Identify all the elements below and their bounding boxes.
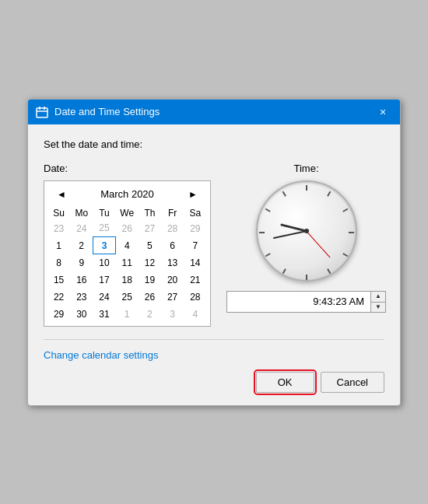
titlebar-title: Date and Time Settings bbox=[54, 106, 160, 117]
calendar-day[interactable]: 17 bbox=[93, 271, 115, 289]
date-time-settings-window: Date and Time Settings × Set the date an… bbox=[27, 99, 401, 406]
calendar-day[interactable]: 26 bbox=[139, 289, 161, 306]
clock-center bbox=[304, 229, 309, 233]
clock-face bbox=[256, 180, 357, 282]
calendar-day[interactable]: 15 bbox=[47, 271, 70, 289]
tick-5 bbox=[327, 268, 331, 274]
time-decrement-button[interactable]: ▼ bbox=[371, 302, 385, 312]
svg-rect-0 bbox=[37, 108, 47, 117]
tick-7 bbox=[282, 268, 286, 274]
prev-month-button[interactable]: ◄ bbox=[52, 187, 71, 201]
calendar-day[interactable]: 31 bbox=[93, 306, 115, 323]
calendar-day[interactable]: 16 bbox=[70, 271, 93, 289]
calendar-day[interactable]: 27 bbox=[139, 220, 161, 237]
ok-button[interactable]: OK bbox=[256, 372, 314, 393]
calendar-day[interactable]: 8 bbox=[47, 254, 70, 271]
tick-1 bbox=[327, 191, 331, 196]
weekday-su: Su bbox=[47, 206, 70, 220]
date-section: Date: ◄ March 2020 ► Su Mo Tu bbox=[44, 163, 211, 327]
time-label: Time: bbox=[293, 163, 318, 174]
calendar-day[interactable]: 6 bbox=[161, 237, 184, 254]
calendar-day[interactable]: 20 bbox=[161, 271, 184, 289]
calendar-day[interactable]: 25 bbox=[93, 220, 115, 237]
calendar-week-row: 1234567 bbox=[47, 237, 207, 254]
calendar-body: 2324252627282912345678910111213141516171… bbox=[47, 220, 207, 323]
calendar-header: ◄ March 2020 ► bbox=[47, 184, 207, 205]
tick-10 bbox=[265, 208, 270, 212]
weekday-fr: Fr bbox=[161, 206, 184, 220]
calendar-day[interactable]: 29 bbox=[47, 306, 70, 323]
calendar-week-row: 891011121314 bbox=[47, 254, 207, 271]
weekday-header-row: Su Mo Tu We Th Fr Sa bbox=[47, 206, 207, 220]
month-year-label: March 2020 bbox=[100, 188, 154, 200]
tick-9 bbox=[259, 232, 265, 233]
tick-12 bbox=[306, 185, 307, 191]
weekday-tu: Tu bbox=[93, 206, 115, 220]
tick-2 bbox=[342, 208, 348, 212]
calendar-day[interactable]: 28 bbox=[184, 289, 206, 306]
tick-4 bbox=[342, 253, 348, 257]
weekday-mo: Mo bbox=[70, 206, 93, 220]
svg-rect-2 bbox=[44, 107, 45, 110]
calendar-day[interactable]: 12 bbox=[139, 254, 161, 271]
calendar-week-row: 2930311234 bbox=[47, 306, 207, 323]
main-content: Set the date and time: Date: ◄ March 202… bbox=[28, 124, 400, 339]
tick-8 bbox=[265, 253, 270, 257]
cancel-button[interactable]: Cancel bbox=[321, 372, 384, 393]
calendar-day[interactable]: 1 bbox=[47, 237, 70, 254]
calendar-day[interactable]: 7 bbox=[184, 237, 206, 254]
calendar-day[interactable]: 10 bbox=[93, 254, 115, 271]
close-button[interactable]: × bbox=[374, 103, 392, 121]
calendar: ◄ March 2020 ► Su Mo Tu We Th bbox=[44, 180, 211, 327]
calendar-day[interactable]: 28 bbox=[161, 220, 184, 237]
calendar-day[interactable]: 25 bbox=[116, 289, 139, 306]
second-hand bbox=[306, 230, 331, 257]
tick-3 bbox=[349, 232, 354, 233]
time-spinners: ▲ ▼ bbox=[370, 292, 385, 312]
tick-11 bbox=[282, 191, 286, 196]
time-input-container: ▲ ▼ bbox=[226, 291, 386, 313]
calendar-day[interactable]: 23 bbox=[47, 220, 70, 237]
calendar-day[interactable]: 4 bbox=[184, 306, 206, 323]
svg-rect-1 bbox=[39, 107, 40, 110]
titlebar-left: Date and Time Settings bbox=[36, 106, 160, 118]
calendar-day[interactable]: 30 bbox=[70, 306, 93, 323]
calendar-day[interactable]: 4 bbox=[116, 237, 139, 254]
calendar-day[interactable]: 14 bbox=[184, 254, 206, 271]
calendar-day[interactable]: 24 bbox=[70, 220, 93, 237]
calendar-day[interactable]: 9 bbox=[70, 254, 93, 271]
time-input[interactable] bbox=[227, 293, 370, 310]
calendar-day[interactable]: 2 bbox=[139, 306, 161, 323]
weekday-th: Th bbox=[139, 206, 161, 220]
calendar-day[interactable]: 3 bbox=[161, 306, 184, 323]
weekday-sa: Sa bbox=[184, 206, 206, 220]
analog-clock bbox=[256, 180, 357, 282]
calendar-week-row: 23242526272829 bbox=[47, 220, 207, 237]
calendar-day[interactable]: 29 bbox=[184, 220, 206, 237]
next-month-button[interactable]: ► bbox=[184, 187, 202, 201]
calendar-day[interactable]: 27 bbox=[161, 289, 184, 306]
set-date-time-label: Set the date and time: bbox=[44, 138, 384, 150]
calendar-day[interactable]: 18 bbox=[116, 271, 139, 289]
time-increment-button[interactable]: ▲ bbox=[371, 292, 385, 302]
calendar-day[interactable]: 5 bbox=[139, 237, 161, 254]
calendar-day[interactable]: 11 bbox=[116, 254, 139, 271]
change-calendar-link[interactable]: Change calendar settings bbox=[44, 349, 158, 361]
calendar-day[interactable]: 13 bbox=[161, 254, 184, 271]
calendar-day[interactable]: 19 bbox=[139, 271, 161, 289]
footer-area: Change calendar settings OK Cancel bbox=[28, 340, 400, 405]
calendar-week-row: 15161718192021 bbox=[47, 271, 207, 289]
minute-hand bbox=[272, 230, 306, 239]
tick-6 bbox=[306, 275, 307, 280]
calendar-day[interactable]: 22 bbox=[47, 289, 70, 306]
button-row: OK Cancel bbox=[44, 372, 384, 393]
calendar-day[interactable]: 24 bbox=[93, 289, 115, 306]
calendar-day[interactable]: 2 bbox=[70, 237, 93, 254]
calendar-day[interactable]: 26 bbox=[116, 220, 139, 237]
main-area: Date: ◄ March 2020 ► Su Mo Tu bbox=[44, 163, 384, 327]
calendar-day[interactable]: 1 bbox=[116, 306, 139, 323]
date-label: Date: bbox=[44, 163, 211, 174]
calendar-day[interactable]: 3 bbox=[93, 237, 115, 254]
calendar-day[interactable]: 23 bbox=[70, 289, 93, 306]
calendar-day[interactable]: 21 bbox=[184, 271, 206, 289]
